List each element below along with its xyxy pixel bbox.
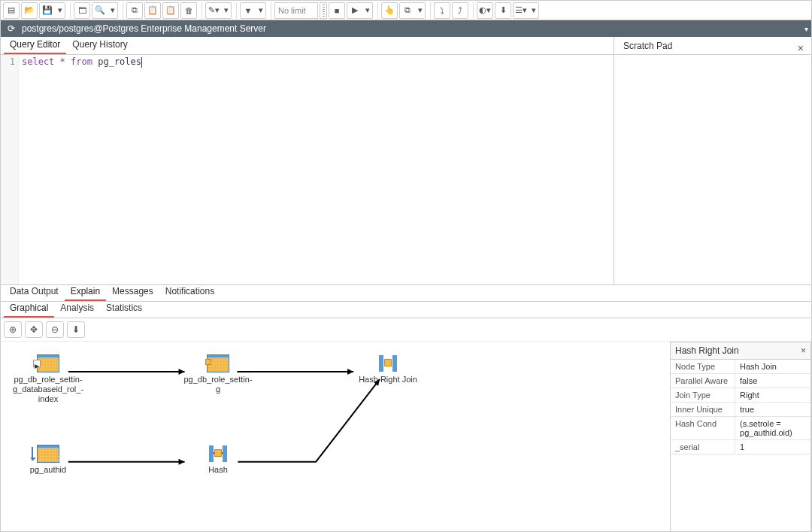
plan-node-hash[interactable]: Hash [177,445,259,475]
open-file-button[interactable]: 📂 [21,2,38,19]
table-icon [208,355,229,372]
tab-data-output[interactable]: Data Output [4,283,65,301]
subtab-analysis[interactable]: Analysis [54,299,100,318]
connection-status-icon: ⟳ [4,22,19,35]
stop-button[interactable]: ■ [329,2,345,19]
tab-scratchpad[interactable]: Scratch Pad [617,38,678,54]
detail-row: Parallel Awarefalse [671,374,810,388]
detail-row: Join TypeRight [671,388,810,403]
plan-node-setting[interactable]: pg_db_role_settin- g [177,355,259,394]
search-dropdown[interactable]: ▾ [108,2,118,19]
macro-button[interactable]: ☰▾ [513,2,529,19]
subtab-graphical[interactable]: Graphical [4,299,54,318]
hash-icon [208,445,229,462]
explain-subtabs: Graphical Analysis Statistics [1,302,811,318]
plan-node-index[interactable]: ▸ pg_db_role_settin- g_databaseid_rol_- … [7,355,89,405]
detail-row: _serial1 [671,440,810,454]
save-button[interactable]: 💾 [39,2,56,19]
main-toolbar: ▤ 📂 💾 ▾ 🗔 🔍 ▾ ⧉ 📋 📋 🗑 ✎▾ ▾ ▼ ▾ ■ ▶ ▾ 👆 ⧉… [1,1,811,20]
explain-dropdown[interactable]: ▾ [415,2,426,19]
detail-row: Inner Uniquetrue [671,403,810,417]
tab-query-history[interactable]: Query History [66,36,133,54]
explain-canvas-wrap: ▸ pg_db_role_settin- g_databaseid_rol_- … [1,342,811,531]
explain-canvas[interactable]: ▸ pg_db_role_settin- g_databaseid_rol_- … [1,342,811,531]
detail-header: Hash Right Join × [671,342,810,360]
tab-messages[interactable]: Messages [106,283,159,301]
code-editor[interactable]: 1 select * from pg_roles [1,55,614,284]
scratchpad-close-icon[interactable]: × [793,42,808,54]
text-cursor [141,57,142,68]
edit-dropdown[interactable]: ▾ [221,2,232,19]
scratchpad-panel: Scratch Pad × [614,37,811,284]
tab-explain[interactable]: Explain [65,283,106,301]
paste-special-button[interactable]: 📋 [162,2,179,19]
row-limit-input[interactable] [274,2,318,19]
edit-button[interactable]: ✎▾ [205,2,222,19]
upper-split: Query Editor Query History 1 select * fr… [1,37,811,285]
rollback-button[interactable]: ⤴ [452,2,468,19]
drag-handle-icon[interactable] [320,2,327,19]
detail-title: Hash Right Join [675,345,739,356]
editor-tabs: Query Editor Query History [1,37,614,55]
zoom-out-button[interactable]: ⊖ [46,321,64,338]
search-button[interactable]: 🔍 [92,2,108,19]
table-icon [38,445,59,462]
new-query-button[interactable]: ▤ [3,2,20,19]
plan-node-authid[interactable]: pg_authid [7,445,89,475]
clear-button[interactable]: ◐▾ [477,2,493,19]
editor-panel: Query Editor Query History 1 select * fr… [1,37,614,284]
connection-dropdown-icon[interactable]: ▾ [804,25,808,33]
connection-bar[interactable]: ⟳ postgres/postgres@Postgres Enterprise … [1,20,811,37]
lower-panel: Data Output Explain Messages Notificatio… [1,285,811,531]
execute-button[interactable]: ▶ [347,2,363,19]
code-content[interactable]: select * from pg_roles [19,55,614,284]
save-dropdown[interactable]: ▾ [55,2,65,19]
explain-options-button[interactable]: ⧉ [399,2,416,19]
line-gutter: 1 [1,55,19,284]
filter-button[interactable]: ▼ [240,2,256,19]
zoom-in-button[interactable]: ⊕ [4,321,22,338]
scratchpad-area[interactable] [614,55,811,284]
detail-table: Node TypeHash Join Parallel Awarefalse J… [671,360,810,454]
commit-button[interactable]: ⤵ [434,2,450,19]
copy-button[interactable]: ⧉ [126,2,143,19]
detail-close-icon[interactable]: × [801,345,806,356]
detail-row: Hash Cond(s.setrole = pg_authid.oid) [671,417,810,440]
explain-button[interactable]: 👆 [381,2,398,19]
delete-button[interactable]: 🗑 [180,2,197,19]
find-button[interactable]: 🗔 [74,2,90,19]
hash-join-icon [377,355,398,372]
macro-dropdown[interactable]: ▾ [529,2,539,19]
scratchpad-tabs: Scratch Pad × [614,37,811,55]
node-detail-panel: Hash Right Join × Node TypeHash Join Par… [670,342,811,531]
download-button[interactable]: ⬇ [495,2,511,19]
detail-empty [671,454,810,531]
subtab-statistics[interactable]: Statistics [100,299,148,318]
filter-dropdown[interactable]: ▾ [256,2,266,19]
table-icon: ▸ [38,355,59,372]
tab-query-editor[interactable]: Query Editor [4,36,66,54]
execute-dropdown[interactable]: ▾ [362,2,373,19]
download-plan-button[interactable]: ⬇ [67,321,85,338]
plan-node-hash-right-join[interactable]: Hash Right Join [347,355,429,385]
zoom-reset-button[interactable]: ✥ [25,321,43,338]
zoom-toolbar: ⊕ ✥ ⊖ ⬇ [1,318,811,342]
tab-notifications[interactable]: Notifications [159,283,220,301]
paste-button[interactable]: 📋 [144,2,161,19]
connection-label: postgres/postgres@Postgres Enterprise Ma… [22,23,800,34]
detail-row: Node TypeHash Join [671,360,810,374]
